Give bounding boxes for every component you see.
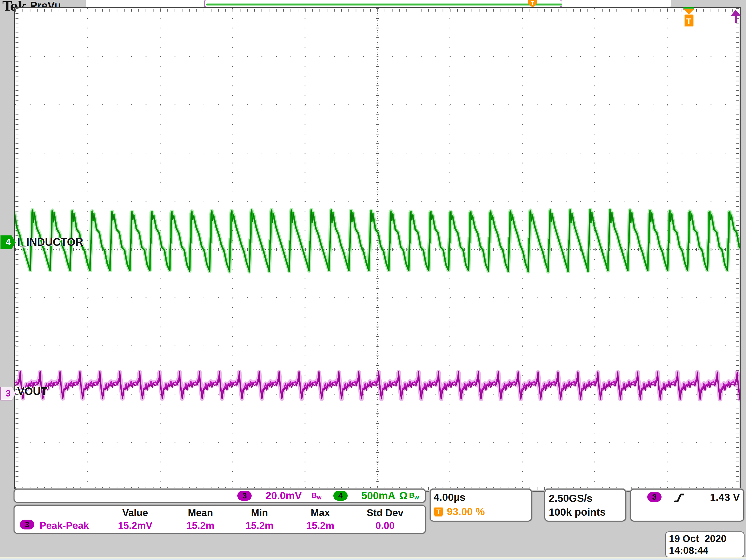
- trigger-readout-box[interactable]: 3 1.43 V: [630, 488, 744, 522]
- trigger-level-offscreen-arrow-stem: [735, 16, 737, 23]
- ch4-ground-marker[interactable]: 4: [0, 235, 16, 249]
- oscilloscope-screen: Tek PreVu T T 4 I_INDUCTOR 3 VOUT 3 20.0…: [0, 0, 746, 560]
- trigger-slope-rising-icon: [675, 493, 684, 503]
- trigger-level-readout[interactable]: 1.43 V: [710, 492, 740, 503]
- date-text: 19 Oct 2020: [669, 533, 741, 544]
- record-window-left-bracket: [204, 0, 206, 7]
- channel-scale-readout-bar[interactable]: 3 20.0mV BW 4 500mA Ω BW: [13, 488, 426, 503]
- bottom-strip-blue: [0, 559, 746, 560]
- record-waveform-line: [206, 4, 562, 5]
- acquisition-readout-box[interactable]: 2.50GS/s 100k points: [544, 488, 626, 522]
- meas-col-value: Value: [122, 507, 148, 519]
- meas-col-min: Min: [251, 507, 268, 519]
- ch3-scale-readout[interactable]: 20.0mV: [265, 490, 302, 502]
- meas-stddev: 0.00: [375, 520, 395, 531]
- ch4-badge-icon[interactable]: 4: [333, 491, 348, 501]
- meas-value: 15.2mV: [118, 520, 152, 531]
- ch3-badge-icon[interactable]: 3: [237, 491, 252, 501]
- meas-name[interactable]: Peak-Peak: [40, 520, 89, 531]
- trigger-source-badge[interactable]: 3: [647, 492, 662, 502]
- ch3-waveform-label: VOUT: [17, 385, 47, 397]
- ch4-bandwidth-limit-icon: BW: [409, 491, 419, 501]
- trigger-position-readout[interactable]: 93.00 %: [447, 506, 485, 517]
- record-length-readout[interactable]: 100k points: [549, 505, 622, 519]
- ch4-scale-readout[interactable]: 500mA: [362, 490, 395, 502]
- meas-col-stddev: Std Dev: [367, 507, 404, 519]
- meas-col-mean: Mean: [188, 507, 213, 519]
- ch3-bandwidth-limit-icon: BW: [311, 491, 321, 501]
- horizontal-readout-box[interactable]: 4.00µs T 93.00 %: [430, 488, 532, 522]
- meas-channel-badge[interactable]: 3: [20, 520, 34, 529]
- meas-mean: 15.2m: [186, 520, 214, 531]
- ch3-ground-marker[interactable]: 3: [0, 387, 16, 400]
- datetime-box: 19 Oct 2020 14:08:44: [665, 531, 745, 558]
- trigger-position-marker[interactable]: T: [684, 14, 694, 27]
- meas-min: 15.2m: [246, 520, 273, 531]
- trigger-t-icon: T: [434, 507, 443, 517]
- meas-col-max: Max: [311, 507, 330, 519]
- ch4-ohm-coupling-icon: Ω: [399, 490, 408, 502]
- measurement-table[interactable]: Value Mean Min Max Std Dev 3 Peak-Peak 1…: [13, 505, 426, 534]
- trigger-position-arrow-icon[interactable]: [684, 9, 694, 14]
- time-text: 14:08:44: [669, 544, 741, 556]
- ch4-waveform-label: I_INDUCTOR: [17, 236, 83, 248]
- trigger-level-offscreen-arrow-icon: [730, 10, 741, 16]
- graticule: [14, 7, 741, 492]
- timebase-readout[interactable]: 4.00µs: [434, 492, 528, 503]
- record-window-right-bracket: [561, 0, 562, 7]
- meas-max: 15.2m: [306, 520, 334, 531]
- sample-rate-readout[interactable]: 2.50GS/s: [549, 492, 622, 505]
